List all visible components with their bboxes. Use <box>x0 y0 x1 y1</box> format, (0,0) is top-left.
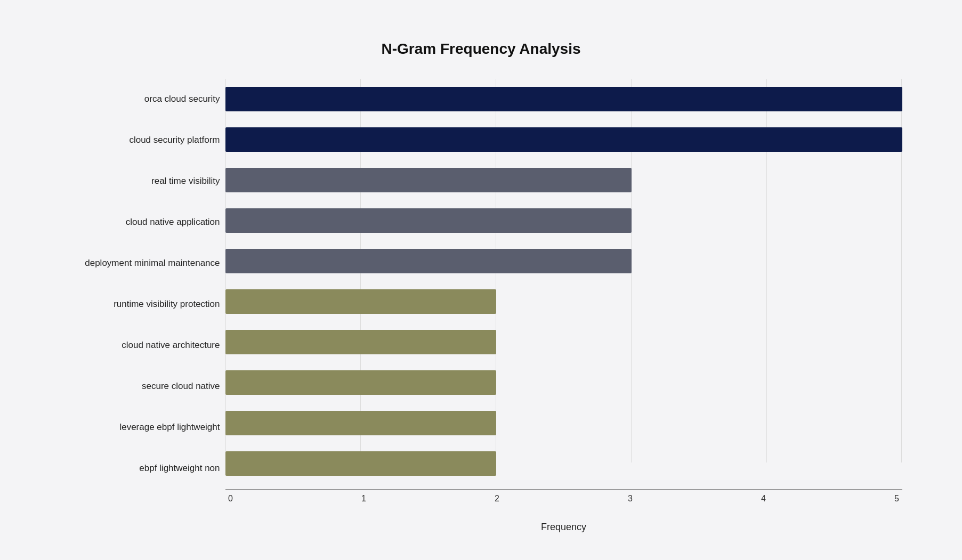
bar-row <box>225 367 902 398</box>
bar-row <box>225 84 902 115</box>
bar <box>225 451 496 476</box>
y-label: runtime visibility protection <box>60 299 220 310</box>
bar-row <box>225 246 902 277</box>
x-tick: 0 <box>225 494 236 504</box>
x-axis-label: Frequency <box>225 522 902 533</box>
bar <box>225 127 902 152</box>
chart-title: N-Gram Frequency Analysis <box>60 40 902 58</box>
bars-area: 012345Frequency <box>225 79 902 516</box>
y-label: leverage ebpf lightweight <box>60 422 220 433</box>
x-tick: 2 <box>492 494 503 504</box>
y-label: ebpf lightweight non <box>60 463 220 474</box>
x-tick: 5 <box>892 494 902 504</box>
bar-row <box>225 448 902 479</box>
x-tick: 1 <box>359 494 369 504</box>
bar-row <box>225 286 902 317</box>
bar <box>225 330 496 354</box>
bar-row <box>225 205 902 236</box>
bar <box>225 370 496 395</box>
bar <box>225 208 632 233</box>
bar <box>225 87 902 111</box>
bar <box>225 411 496 435</box>
bar <box>225 249 632 273</box>
bar-row <box>225 165 902 196</box>
x-axis: 012345Frequency <box>225 489 902 516</box>
chart-area: orca cloud securitycloud security platfo… <box>60 79 902 516</box>
y-label: real time visibility <box>60 176 220 186</box>
y-label: cloud security platform <box>60 135 220 145</box>
y-label: cloud native application <box>60 217 220 228</box>
bar <box>225 289 496 314</box>
y-label: cloud native architecture <box>60 340 220 351</box>
chart-container: N-Gram Frequency Analysis orca cloud sec… <box>28 19 934 541</box>
y-label: orca cloud security <box>60 94 220 104</box>
bar-row <box>225 327 902 358</box>
x-tick: 3 <box>625 494 636 504</box>
x-tick: 4 <box>758 494 769 504</box>
bar-row <box>225 124 902 155</box>
bar-row <box>225 408 902 439</box>
y-label: deployment minimal maintenance <box>60 258 220 269</box>
y-labels: orca cloud securitycloud security platfo… <box>60 79 225 516</box>
bars-wrapper <box>225 79 902 489</box>
y-label: secure cloud native <box>60 381 220 392</box>
bar <box>225 168 632 192</box>
